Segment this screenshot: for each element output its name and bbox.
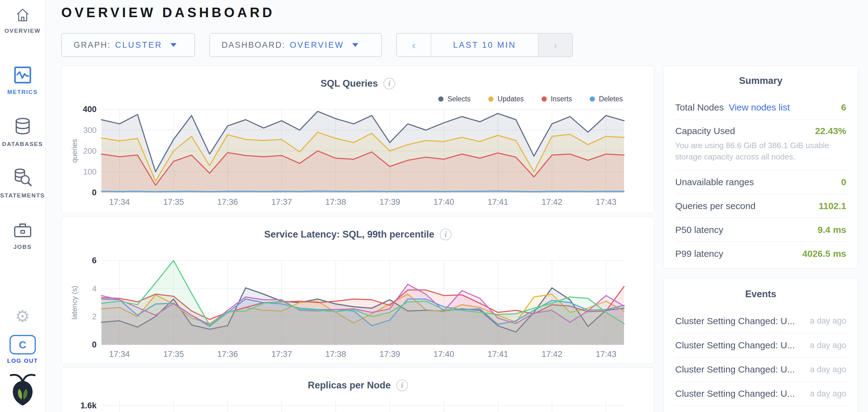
database-icon (13, 132, 32, 137)
time-prev-button[interactable]: ‹ (397, 34, 431, 56)
unavailable-ranges-label: Unavailable ranges (675, 177, 754, 187)
svg-text:400: 400 (83, 105, 97, 114)
events-panel: Events Cluster Setting Changed: U...a da… (663, 278, 858, 412)
capacity-used-value: 22.43% (815, 126, 846, 136)
capacity-used-note: You are using 86.6 GiB of 386.1 GiB usab… (675, 140, 846, 163)
sidebar: OVERVIEW METRICS DATABASES (0, 0, 45, 412)
event-time: a day ago (810, 316, 846, 326)
briefcase-icon (13, 235, 32, 240)
svg-text:latency (s): latency (s) (70, 285, 79, 319)
svg-text:17:40: 17:40 (433, 198, 454, 207)
service-latency-card: Service Latency: SQL, 99th percentile i … (61, 217, 654, 364)
p99-latency-label: P99 latency (675, 248, 723, 259)
sidebar-item-label: OVERVIEW (0, 28, 45, 34)
svg-text:17:43: 17:43 (595, 349, 616, 359)
time-next-button[interactable]: › (538, 34, 572, 56)
summary-title: Summary (675, 75, 846, 86)
statements-search-icon (13, 183, 32, 188)
events-title: Events (675, 289, 846, 300)
svg-text:17:34: 17:34 (109, 349, 130, 359)
cockroach-monogram-icon: C (9, 335, 36, 354)
svg-text:17:41: 17:41 (488, 349, 508, 359)
event-row: Cluster Setting Changed: U...a day ago (675, 309, 846, 333)
svg-text:1.6k: 1.6k (80, 401, 97, 410)
sidebar-item-overview[interactable]: OVERVIEW (0, 7, 45, 34)
view-nodes-list-link[interactable]: View nodes list (728, 102, 790, 112)
sidebar-item-jobs[interactable]: JOBS (0, 221, 45, 250)
info-icon[interactable]: i (396, 380, 408, 391)
sidebar-item-statements[interactable]: STATEMENTS (0, 168, 45, 199)
service-latency-chart[interactable]: 17:3417:3517:3617:3717:3817:3917:4017:41… (62, 217, 655, 364)
svg-text:17:37: 17:37 (271, 198, 292, 207)
logout-button[interactable]: C LOG OUT (0, 335, 45, 364)
events-list: Cluster Setting Changed: U...a day agoCl… (675, 309, 846, 412)
svg-text:17:41: 17:41 (488, 198, 508, 207)
summary-row-p50-latency: P50 latency 9.4 ms (675, 218, 846, 241)
sidebar-item-databases[interactable]: DATABASES (0, 117, 45, 147)
settings-button[interactable]: ⚙ (0, 308, 45, 324)
svg-text:17:34: 17:34 (109, 198, 130, 207)
sidebar-item-label: METRICS (0, 89, 45, 96)
svg-text:17:38: 17:38 (326, 198, 346, 207)
chevron-down-icon (170, 43, 177, 47)
chevron-down-icon (352, 43, 358, 47)
gear-icon: ⚙ (15, 307, 30, 325)
sql-queries-card: SQL Queries i SelectsUpdatesInsertsDelet… (61, 66, 654, 213)
summary-row-capacity-used: Capacity Used 22.43% You are using 86.6 … (675, 119, 846, 170)
svg-text:17:38: 17:38 (326, 349, 346, 359)
event-title[interactable]: Cluster Setting Changed: U... (675, 388, 795, 399)
event-time: a day ago (810, 389, 846, 399)
svg-text:17:42: 17:42 (541, 349, 562, 359)
metrics-chart-icon (14, 79, 32, 85)
event-title[interactable]: Cluster Setting Changed: U... (675, 316, 795, 326)
svg-text:17:40: 17:40 (433, 349, 454, 359)
event-row: Cluster Setting Changed: U...a day ago (675, 381, 846, 406)
replicas-per-node-chart[interactable]: 1.6k (62, 396, 655, 412)
svg-text:0: 0 (92, 188, 97, 197)
svg-text:17:42: 17:42 (541, 198, 562, 207)
svg-text:300: 300 (83, 126, 97, 135)
dashboard-dropdown-value: OVERVIEW (290, 40, 344, 50)
p50-latency-label: P50 latency (675, 225, 723, 235)
capacity-used-label: Capacity Used (675, 126, 735, 136)
dashboard-dropdown-label: DASHBOARD: (222, 40, 286, 50)
time-range-button[interactable]: LAST 10 MIN (431, 34, 538, 56)
replicas-per-node-card: Replicas per Node i 1.6k (61, 368, 654, 412)
graph-dropdown[interactable]: GRAPH: CLUSTER (61, 33, 195, 57)
svg-text:17:39: 17:39 (379, 349, 400, 359)
p99-latency-value: 4026.5 ms (802, 248, 846, 259)
dashboard-dropdown[interactable]: DASHBOARD: OVERVIEW (209, 33, 382, 57)
page-title: OVERVIEW DASHBOARD (61, 5, 275, 20)
sidebar-item-label: DATABASES (0, 141, 45, 147)
event-time: a day ago (810, 341, 846, 350)
sidebar-item-label: STATEMENTS (0, 192, 45, 199)
unavailable-ranges-value: 0 (841, 177, 846, 187)
svg-text:17:37: 17:37 (271, 349, 292, 359)
event-title[interactable]: Cluster Setting Changed: U... (675, 340, 795, 350)
summary-panel: Summary Total NodesView nodes list 6 Cap… (663, 66, 858, 269)
total-nodes-value: 6 (841, 102, 846, 113)
svg-text:17:43: 17:43 (595, 198, 616, 207)
svg-text:17:36: 17:36 (217, 198, 238, 207)
event-row: Cluster Setting Changed: U...a day ago (675, 406, 846, 412)
total-nodes-label: Total Nodes (675, 102, 724, 112)
svg-text:17:39: 17:39 (379, 198, 400, 207)
svg-text:17:36: 17:36 (217, 349, 238, 359)
home-icon (16, 19, 30, 24)
logout-label: LOG OUT (0, 357, 45, 364)
svg-text:17:35: 17:35 (163, 198, 184, 207)
event-title[interactable]: Cluster Setting Changed: U... (675, 364, 795, 375)
event-row: Cluster Setting Changed: U...a day ago (675, 357, 846, 381)
dashboard-controls: GRAPH: CLUSTER DASHBOARD: OVERVIEW ‹ LAS… (61, 33, 573, 57)
cockroachdb-logo[interactable] (0, 373, 45, 408)
sql-queries-chart[interactable]: 17:3417:3517:3617:3717:3817:3917:4017:41… (62, 66, 655, 213)
cockroach-logo-icon (8, 402, 37, 407)
graph-dropdown-label: GRAPH: (73, 40, 111, 50)
svg-text:0: 0 (92, 340, 97, 349)
queries-per-second-value: 1102.1 (819, 201, 846, 211)
p50-latency-value: 9.4 ms (818, 225, 846, 235)
sidebar-item-metrics[interactable]: METRICS (0, 66, 45, 96)
svg-text:queries: queries (70, 139, 79, 163)
summary-row-unavailable-ranges: Unavailable ranges 0 (675, 170, 846, 194)
queries-per-second-label: Queries per second (675, 201, 755, 211)
